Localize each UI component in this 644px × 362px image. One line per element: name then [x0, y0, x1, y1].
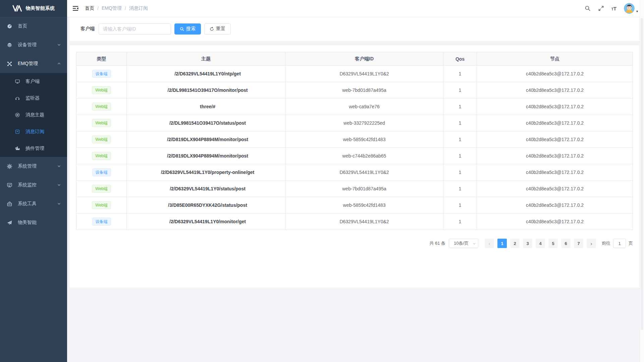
sidebar-item-system-monitor[interactable]: 系统监控: [0, 176, 67, 194]
breadcrumb-section: EMQ管理: [102, 5, 122, 11]
toolbox-icon: [7, 201, 12, 207]
hash-circle-icon: [15, 112, 20, 118]
app-logo[interactable]: 物美智能系统: [0, 0, 67, 17]
chevron-down-icon: [57, 164, 61, 168]
gear-icon: [7, 164, 12, 169]
font-size-icon[interactable]: TT: [611, 6, 616, 11]
sidebar-item-label: 设备管理: [18, 42, 37, 48]
client-id-input[interactable]: [99, 23, 171, 35]
topic-cell: /2/D6329VL54419L1Y0/ntp/get: [127, 66, 285, 82]
col-header-type: 类型: [76, 52, 127, 66]
node-cell: c40b2d8ea5c3@172.17.0.2: [477, 164, 633, 181]
page-scrollbar[interactable]: [640, 0, 644, 362]
pagination-page-3[interactable]: 3: [523, 239, 532, 248]
sidebar-item-label: 消息主题: [25, 112, 44, 118]
qos-cell: 1: [443, 164, 477, 181]
sidebar-item-system-mgmt[interactable]: 系统管理: [0, 157, 67, 176]
node-cell: c40b2d8ea5c3@172.17.0.2: [477, 148, 633, 164]
qos-cell: 1: [443, 181, 477, 197]
topic-cell: /2/D6329VL54419L1Y0/property-online/get: [127, 164, 285, 181]
caret-down-icon[interactable]: ▾: [636, 9, 638, 13]
pagination-next-button[interactable]: ›: [587, 239, 596, 248]
search-button[interactable]: 搜索: [174, 23, 201, 35]
sidebar-item-plugin-mgmt[interactable]: 插件管理: [0, 140, 67, 157]
sidebar-item-home[interactable]: 首页: [0, 17, 67, 36]
sidebar-item-message-topic[interactable]: 消息主题: [0, 107, 67, 123]
pagination-prev-button[interactable]: ‹: [485, 239, 494, 248]
scrollbar-thumb[interactable]: [641, 18, 643, 330]
app-title: 物美智能系统: [26, 5, 55, 11]
client-id-cell: web-5859c42fd1483: [285, 131, 443, 148]
client-id-cell: D6329VL54419L1Y0&2: [285, 214, 443, 230]
logo-mark-icon: [12, 5, 22, 12]
client-id-label: 客户端: [80, 26, 95, 32]
table-row[interactable]: 设备端 /2/D6329VL54419L1Y0/monitor/get D632…: [76, 214, 633, 230]
table-row[interactable]: Web端 /2/D819DLX904P8894M/monitor/post we…: [76, 148, 633, 164]
table-row[interactable]: Web端 /2/D819DLX904P8894M/monitor/post we…: [76, 131, 633, 148]
type-tag: Web端: [92, 152, 111, 160]
goto-page-input[interactable]: [613, 239, 626, 248]
pagination-total: 共 61 条: [429, 240, 445, 246]
table-row[interactable]: 设备端 /2/D6329VL54419L1Y0/ntp/get D6329VL5…: [76, 66, 633, 82]
sidebar-item-label: 监听器: [25, 95, 40, 101]
page-size-select[interactable]: 10条/页: [449, 239, 478, 248]
type-tag: 设备端: [92, 70, 111, 78]
chevron-up-icon: [57, 62, 61, 66]
sidebar-item-label: EMQ管理: [18, 61, 38, 67]
type-tag: Web端: [92, 119, 111, 127]
user-menu[interactable]: ▾: [624, 3, 638, 14]
avatar[interactable]: [624, 3, 635, 14]
pagination-page-4[interactable]: 4: [536, 239, 545, 248]
headset-icon: [15, 96, 20, 101]
table-row[interactable]: Web端 /3/D85E00R65DYXK42G/status/post web…: [76, 197, 633, 214]
fullscreen-icon[interactable]: [598, 5, 604, 11]
client-id-cell: web-3327922225ed: [285, 115, 443, 131]
qos-cell: 1: [443, 99, 477, 115]
table-row[interactable]: 设备端 /2/D6329VL54419L1Y0/property-online/…: [76, 164, 633, 181]
pagination: 共 61 条 10条/页 ‹ 1 2 3 4 5 6 7 › 前往 页: [76, 239, 633, 248]
pagination-page-6[interactable]: 6: [561, 239, 571, 248]
topic-cell: /2/D819DLX904P8894M/monitor/post: [127, 131, 285, 148]
client-id-cell: web-7bd01d87a495a: [285, 181, 443, 197]
sidebar-item-label: 插件管理: [25, 145, 44, 152]
sidebar-item-wumei-smart[interactable]: 物美智能: [0, 213, 67, 232]
topic-cell: /2/D6329VL54419L1Y0/monitor/get: [127, 214, 285, 230]
search-icon[interactable]: [585, 5, 591, 11]
breadcrumb-home[interactable]: 首页: [85, 5, 94, 11]
client-id-cell: web-5859c42fd1483: [285, 197, 443, 214]
pagination-page-1[interactable]: 1: [497, 239, 507, 248]
breadcrumb-current: 消息订阅: [129, 5, 148, 11]
col-header-topic: 主题: [127, 52, 285, 66]
table-row[interactable]: Web端 /2/DL9981541O39417O/status/post web…: [76, 115, 633, 131]
sidebar-item-label: 系统监控: [18, 182, 37, 188]
sidebar-item-system-tools[interactable]: 系统工具: [0, 194, 67, 213]
qos-cell: 1: [443, 131, 477, 148]
chevron-down-icon: [57, 202, 61, 206]
sidebar-item-client[interactable]: 客户端: [0, 73, 67, 90]
table-row[interactable]: Web端 /2/DL9981541O39417O/monitor/post we…: [76, 82, 633, 99]
pagination-page-2[interactable]: 2: [510, 239, 520, 248]
pagination-page-5[interactable]: 5: [548, 239, 558, 248]
type-tag: Web端: [92, 103, 111, 111]
node-cell: c40b2d8ea5c3@172.17.0.2: [477, 115, 633, 131]
bookmark-plus-icon: [15, 129, 20, 134]
sidebar-item-emq-mgmt[interactable]: EMQ管理: [0, 54, 67, 73]
qos-cell: 1: [443, 214, 477, 230]
pagination-page-7[interactable]: 7: [574, 239, 583, 248]
table-row[interactable]: Web端 three/# web-ca9a7e76 1 c40b2d8ea5c3…: [76, 99, 633, 115]
sidebar-item-label: 客户端: [25, 78, 40, 84]
sidebar: 物美智能系统 首页 设备管理 EMQ管理: [0, 0, 67, 362]
topic-cell: /2/D819DLX904P8894M/monitor/post: [127, 148, 285, 164]
node-cell: c40b2d8ea5c3@172.17.0.2: [477, 66, 633, 82]
sidebar-item-message-subscribe[interactable]: 消息订阅: [0, 123, 67, 140]
reset-button[interactable]: 重置: [204, 23, 231, 35]
topic-cell: three/#: [127, 99, 285, 115]
devices-icon: [7, 42, 12, 48]
sidebar-fold-icon[interactable]: [72, 5, 79, 12]
table-row[interactable]: Web端 /2/D6329VL54419L1Y0/status/post web…: [76, 181, 633, 197]
col-header-node: 节点: [477, 52, 633, 66]
sidebar-item-listener[interactable]: 监听器: [0, 90, 67, 107]
client-id-cell: web-7bd01d87a495a: [285, 82, 443, 99]
sidebar-item-device-mgmt[interactable]: 设备管理: [0, 36, 67, 54]
puzzle-icon: [15, 146, 20, 151]
